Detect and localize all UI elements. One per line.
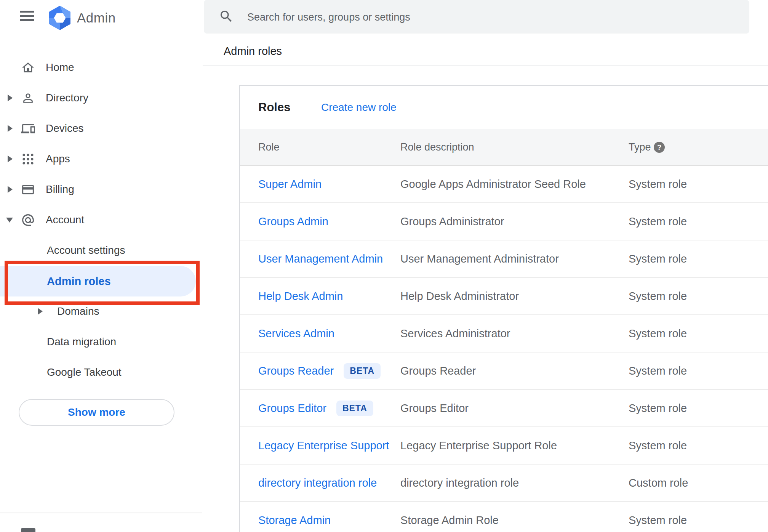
table-header: Role Role description Type ? xyxy=(240,129,768,166)
person-icon xyxy=(21,91,35,105)
sidebar-item-label: Devices xyxy=(46,113,84,144)
admin-console: Admin Admin roles Home Directory Devices xyxy=(0,0,768,532)
search-bar xyxy=(204,0,749,34)
chevron-right-icon[interactable] xyxy=(8,155,13,162)
table-row: Services AdminServices AdministratorSyst… xyxy=(240,315,768,353)
role-type: System role xyxy=(629,427,687,464)
sidebar-item-label: Google Takeout xyxy=(47,357,122,388)
chevron-right-icon[interactable] xyxy=(8,186,13,193)
sidebar-item-admin-roles[interactable]: Admin roles xyxy=(0,266,196,296)
sidebar-item-google-takeout[interactable]: Google Takeout xyxy=(0,357,195,388)
role-type: System role xyxy=(629,502,687,532)
role-link[interactable]: Groups Reader xyxy=(258,365,334,377)
role-link[interactable]: directory integration role xyxy=(258,477,377,489)
role-link[interactable]: Services Admin xyxy=(258,327,334,340)
sidebar-item-devices[interactable]: Devices xyxy=(0,113,195,144)
column-header-type: Type xyxy=(629,129,651,165)
role-type: System role xyxy=(629,166,687,202)
sidebar-item-directory[interactable]: Directory xyxy=(0,83,195,113)
search-input[interactable] xyxy=(246,0,720,34)
chevron-right-icon[interactable] xyxy=(8,125,13,132)
roles-card: Roles Create new role Role Role descript… xyxy=(239,85,768,532)
table-row: Groups AdminGroups AdministratorSystem r… xyxy=(240,203,768,240)
role-type: System role xyxy=(629,353,687,389)
header-divider xyxy=(203,66,768,66)
role-type: System role xyxy=(629,240,687,277)
role-cell: Groups Admin xyxy=(258,203,328,240)
role-cell: Services Admin xyxy=(258,315,334,352)
role-description: Groups Reader xyxy=(400,353,476,389)
role-cell: Groups ReaderBETA xyxy=(258,353,381,389)
roles-table-body: Super AdminGoogle Apps Administrator See… xyxy=(240,166,768,532)
credit-card-icon xyxy=(21,183,35,197)
sidebar-item-home[interactable]: Home xyxy=(0,52,195,83)
sidebar-item-domains[interactable]: Domains xyxy=(0,296,195,327)
create-new-role-link[interactable]: Create new role xyxy=(321,86,397,129)
role-cell: Help Desk Admin xyxy=(258,278,343,314)
column-header-description: Role description xyxy=(400,129,474,165)
role-link[interactable]: User Management Admin xyxy=(258,253,383,265)
help-icon[interactable]: ? xyxy=(654,142,665,153)
table-row: directory integration roledirectory inte… xyxy=(240,465,768,502)
table-row: Groups ReaderBETAGroups ReaderSystem rol… xyxy=(240,353,768,390)
sidebar-item-label: Home xyxy=(46,52,74,83)
beta-badge: BETA xyxy=(336,401,373,416)
table-row: Groups EditorBETAGroups EditorSystem rol… xyxy=(240,390,768,427)
sidebar-item-label: Account settings xyxy=(47,235,125,266)
role-description: User Management Administrator xyxy=(400,240,559,277)
sidebar-item-label: Directory xyxy=(46,83,88,113)
sidebar-item-account[interactable]: Account xyxy=(0,205,195,235)
sidebar-item-label: Admin roles xyxy=(47,266,111,296)
sidebar-item-label: Billing xyxy=(46,174,74,205)
home-icon xyxy=(21,61,35,75)
table-row: Super AdminGoogle Apps Administrator See… xyxy=(240,166,768,203)
role-link[interactable]: Help Desk Admin xyxy=(258,290,343,303)
search-icon xyxy=(219,9,234,24)
chevron-down-icon[interactable] xyxy=(6,218,13,223)
role-link[interactable]: Groups Editor xyxy=(258,402,326,415)
role-type: System role xyxy=(629,278,687,314)
hamburger-menu-icon[interactable] xyxy=(20,11,34,21)
show-more-button[interactable]: Show more xyxy=(19,399,174,426)
role-cell: Super Admin xyxy=(258,166,322,202)
role-cell: Groups EditorBETA xyxy=(258,390,373,426)
role-description: Storage Admin Role xyxy=(400,502,499,532)
sidebar-item-label: Data migration xyxy=(47,327,116,357)
role-type: Custom role xyxy=(629,465,688,501)
google-admin-logo-icon xyxy=(48,5,72,30)
sidebar-item-billing[interactable]: Billing xyxy=(0,174,195,205)
devices-icon xyxy=(21,122,35,136)
table-row: Help Desk AdminHelp Desk AdministratorSy… xyxy=(240,278,768,315)
role-description: Legacy Enterprise Support Role xyxy=(400,427,557,464)
role-description: directory integration role xyxy=(400,465,519,501)
role-description: Help Desk Administrator xyxy=(400,278,519,314)
role-link[interactable]: Legacy Enterprise Support xyxy=(258,439,389,452)
role-description: Groups Administrator xyxy=(400,203,504,240)
apps-grid-icon xyxy=(21,152,35,166)
at-sign-icon xyxy=(21,213,35,227)
table-row: Legacy Enterprise SupportLegacy Enterpri… xyxy=(240,427,768,465)
sidebar-item-data-migration[interactable]: Data migration xyxy=(0,327,195,357)
role-link[interactable]: Storage Admin xyxy=(258,514,331,527)
role-type: System role xyxy=(629,315,687,352)
sidebar-item-label: Domains xyxy=(57,296,99,327)
chevron-right-icon[interactable] xyxy=(38,308,43,315)
role-description: Groups Editor xyxy=(400,390,469,426)
sidebar-item-apps[interactable]: Apps xyxy=(0,144,195,174)
sidebar-item-label: Apps xyxy=(46,144,70,174)
sidebar-divider xyxy=(0,513,202,513)
role-link[interactable]: Super Admin xyxy=(258,178,322,191)
sidebar-item-label: Account xyxy=(46,205,84,235)
role-description: Google Apps Administrator Seed Role xyxy=(400,166,586,202)
role-description: Services Administrator xyxy=(400,315,510,352)
role-type: System role xyxy=(629,203,687,240)
role-type: System role xyxy=(629,390,687,426)
breadcrumb: Admin roles xyxy=(224,45,282,58)
sidebar-item-account-settings[interactable]: Account settings xyxy=(0,235,195,266)
role-cell: Legacy Enterprise Support xyxy=(258,427,389,464)
column-header-role: Role xyxy=(258,129,280,165)
clipped-bottom-icon xyxy=(21,528,35,532)
role-link[interactable]: Groups Admin xyxy=(258,215,328,228)
chevron-right-icon[interactable] xyxy=(8,95,13,101)
role-cell: User Management Admin xyxy=(258,240,383,277)
